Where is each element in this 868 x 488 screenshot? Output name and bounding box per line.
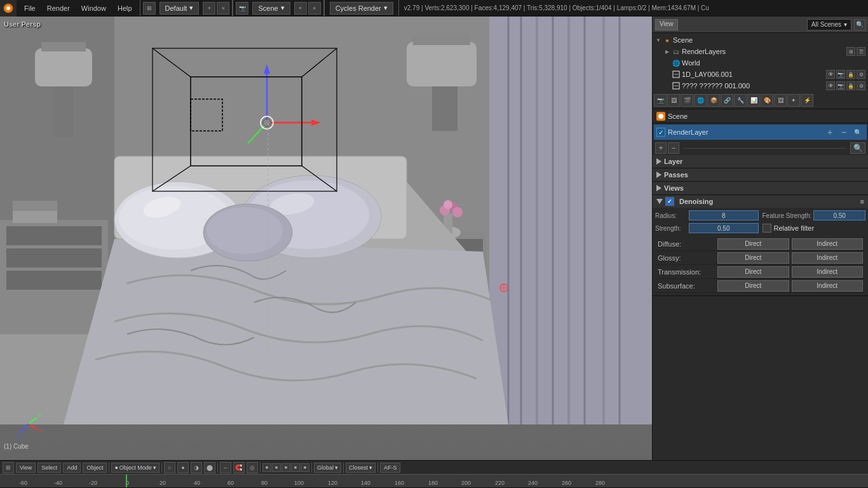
viewport-view-menu[interactable]: View <box>16 463 36 473</box>
manipulator-icon[interactable]: ↔ <box>220 462 231 473</box>
camera-icon[interactable]: 📷 <box>236 2 248 15</box>
layer2-lock[interactable]: 🔒 <box>846 81 855 90</box>
layer-btn-4[interactable]: ■ <box>291 463 300 472</box>
renderlayer-icon-2[interactable]: ☰ <box>857 47 865 56</box>
svg-marker-37 <box>64 239 508 424</box>
menu-help[interactable]: Help <box>112 3 137 13</box>
glossy-indirect-btn[interactable]: Indirect <box>792 252 864 264</box>
prop-icon-constraints[interactable]: 🔗 <box>721 94 733 107</box>
feature-strength-input[interactable]: 0.50 <box>813 210 865 220</box>
layer-btn-1[interactable]: ■ <box>262 463 271 472</box>
glossy-direct-btn[interactable]: Direct <box>717 252 789 264</box>
renderlayer-remove[interactable]: − <box>837 126 850 139</box>
prop-icon-particles[interactable]: ✦ <box>787 94 800 107</box>
subsurface-indirect-btn[interactable]: Indirect <box>792 280 864 292</box>
transmission-indirect-btn[interactable]: Indirect <box>792 266 864 278</box>
denoising-section-header[interactable]: ✓ Denoising ≡ <box>653 195 868 208</box>
expand-icon-rl[interactable]: ▶ <box>664 48 670 55</box>
viewport-icon[interactable]: ⊞ <box>3 462 14 473</box>
viewport-select-menu[interactable]: Select <box>37 463 61 473</box>
render-engine-dropdown[interactable]: Cycles Render▾ <box>330 2 393 15</box>
material-icon[interactable]: ◑ <box>191 462 202 473</box>
view-menu[interactable]: View <box>655 19 678 30</box>
layer2-item[interactable]: ???? ?????? 001.000 👁 📷 🔒 ⚙ <box>654 80 867 92</box>
prop-icon-physics[interactable]: ⚡ <box>801 94 813 107</box>
renderlayer-icon-1[interactable]: ⊞ <box>846 47 855 56</box>
strength-input[interactable]: 0.50 <box>689 223 759 233</box>
renderlayer-checkbox[interactable]: ✓ <box>656 128 665 137</box>
diffuse-indirect-btn[interactable]: Indirect <box>792 238 864 250</box>
renderlayer-add[interactable]: + <box>824 126 836 139</box>
scene-item[interactable]: ▼ ● Scene <box>654 34 867 46</box>
rendered-icon[interactable]: ⬤ <box>204 462 215 473</box>
af-s-btn[interactable]: AF-S <box>380 463 401 473</box>
wireframe-icon[interactable]: ○ <box>164 462 175 473</box>
workspace-add[interactable]: + <box>203 2 215 15</box>
svg-rect-18 <box>413 36 470 45</box>
prop-icon-modifiers[interactable]: 🔧 <box>734 94 747 107</box>
scene-dropdown[interactable]: Scene▾ <box>252 2 290 15</box>
viewport-add-menu[interactable]: Add <box>63 463 81 473</box>
prop-icon-data[interactable]: 📊 <box>747 94 760 107</box>
viewport-object-menu[interactable]: Object <box>83 463 107 473</box>
layer1-item[interactable]: 1D_LAY006.001 👁 📷 🔒 ⚙ <box>654 69 867 80</box>
diffuse-direct-btn[interactable]: Direct <box>717 238 789 250</box>
blender-icon[interactable] <box>0 0 17 17</box>
workspace-icon-1[interactable]: ⊞ <box>143 2 156 15</box>
3d-viewport[interactable]: User Persp Z X Y (1) Cube <box>0 17 652 460</box>
layer-btn-5[interactable]: ■ <box>301 463 309 472</box>
scene-close[interactable]: × <box>308 2 321 15</box>
prop-icon-material[interactable]: 🎨 <box>761 94 773 107</box>
search-icon[interactable]: 🔍 <box>854 19 865 30</box>
denoising-checkbox[interactable]: ✓ <box>665 197 674 206</box>
proportional-icon[interactable]: ◎ <box>247 462 258 473</box>
sep-2 <box>161 463 162 473</box>
renderlayer-active-row[interactable]: ✓ RenderLayer + − 🔍 <box>654 125 867 140</box>
menu-render[interactable]: Render <box>42 3 75 13</box>
prop-icon-world[interactable]: 🌐 <box>694 94 707 107</box>
world-item[interactable]: 🌐 World <box>654 57 867 69</box>
global-dropdown[interactable]: Global ▾ <box>314 463 341 473</box>
passes-section-header[interactable]: Passes <box>653 168 868 181</box>
views-section-header[interactable]: Views <box>653 182 868 194</box>
layer-section-header[interactable]: Layer <box>653 155 868 168</box>
renderlayers-item[interactable]: ▶ 🗂 RenderLayers ⊞ ☰ <box>654 46 867 57</box>
menu-file[interactable]: File <box>19 3 41 13</box>
expand-icon[interactable]: ▼ <box>655 37 661 43</box>
layer-btn-3[interactable]: ■ <box>281 463 290 472</box>
scene-add[interactable]: + <box>294 2 307 15</box>
snap-icon[interactable]: 🧲 <box>233 462 245 473</box>
layer1-expand[interactable] <box>664 71 670 78</box>
solid-icon[interactable]: ● <box>177 462 189 473</box>
renderlayer-search[interactable]: 🔍 <box>851 126 864 139</box>
layer1-cam[interactable]: 📷 <box>836 70 845 79</box>
workspace-dropdown[interactable]: Default▾ <box>159 2 200 15</box>
add-renderlayer-btn[interactable]: + <box>655 142 667 154</box>
radius-input[interactable]: 8 <box>689 210 759 220</box>
prop-icon-render[interactable]: 🖼 <box>667 94 680 107</box>
closest-dropdown[interactable]: Closest ▾ <box>346 463 376 473</box>
object-mode-dropdown[interactable]: ● Object Mode ▾ <box>111 463 159 473</box>
prop-icon-texture[interactable]: 🖼 <box>774 94 787 107</box>
layer1-render[interactable]: ⚙ <box>857 70 865 79</box>
relative-filter-checkbox[interactable] <box>763 224 771 233</box>
layer2-render[interactable]: ⚙ <box>857 81 865 90</box>
denoising-menu[interactable]: ≡ <box>860 198 864 205</box>
prop-icon-camera[interactable]: 📷 <box>654 94 667 107</box>
layer2-cam[interactable]: 📷 <box>836 81 845 90</box>
workspace-close[interactable]: × <box>217 2 229 15</box>
denoising-section-label: Denoising <box>679 198 713 205</box>
layer2-eye[interactable]: 👁 <box>826 81 835 90</box>
transmission-direct-btn[interactable]: Direct <box>717 266 789 278</box>
layer2-expand[interactable] <box>664 83 670 89</box>
layer1-eye[interactable]: 👁 <box>826 70 835 79</box>
layer1-lock[interactable]: 🔒 <box>846 70 855 79</box>
menu-window[interactable]: Window <box>76 3 111 13</box>
extra-btn[interactable]: 🔍 <box>850 142 865 154</box>
prop-icon-object[interactable]: 📦 <box>707 94 720 107</box>
prop-icon-scene[interactable]: 🎬 <box>681 94 693 107</box>
world-expand[interactable] <box>664 60 670 66</box>
subsurface-direct-btn[interactable]: Direct <box>717 280 789 292</box>
layer-btn-2[interactable]: ■ <box>272 463 281 472</box>
remove-renderlayer-btn[interactable]: − <box>668 142 679 154</box>
